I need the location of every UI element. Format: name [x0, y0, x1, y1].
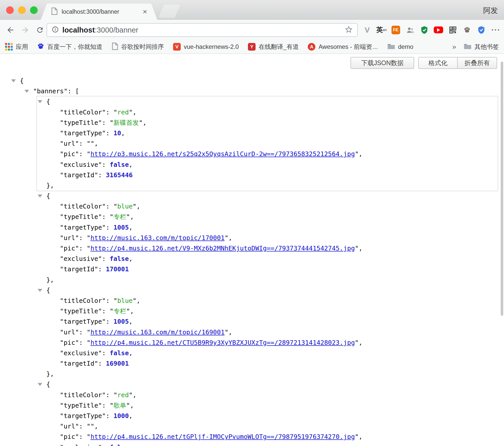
json-token: :	[106, 129, 114, 137]
json-token: :	[79, 140, 87, 147]
paw-extension-icon[interactable]	[462, 25, 472, 35]
bookmark-item[interactable]: 应用	[5, 43, 28, 51]
json-token: "targetId"	[60, 171, 98, 179]
collapse-triangle-icon[interactable]	[38, 289, 42, 292]
collapse-triangle-icon[interactable]	[38, 383, 42, 386]
collapse-triangle-icon[interactable]	[38, 100, 42, 103]
qrcode-extension-icon[interactable]	[448, 25, 457, 35]
json-token: :	[106, 412, 114, 420]
json-token: "url"	[60, 329, 79, 336]
bookmark-item[interactable]: AAwesomes - 前端资…	[308, 43, 378, 51]
folder-icon	[464, 43, 471, 51]
json-token: ,	[130, 307, 134, 315]
json-token: "	[129, 109, 133, 116]
json-line: "pic": "http://p4.music.126.net/V9-MXz6b…	[60, 243, 498, 254]
tab-close-icon[interactable]: ×	[143, 8, 147, 16]
awesomes-favicon: A	[308, 43, 315, 51]
other-bookmarks-folder[interactable]: 其他书签	[464, 43, 499, 51]
youtube-extension-icon[interactable]	[434, 25, 443, 35]
json-token: ,	[129, 318, 133, 325]
format-button[interactable]: 格式化	[418, 57, 458, 69]
json-token: :	[79, 433, 87, 440]
json-url-link[interactable]: http://p3.music.126.net/s25q2x5QyqsAzilC…	[90, 150, 355, 158]
json-url-link[interactable]: http://music.163.com/m/topic/169001	[90, 329, 225, 336]
green-shield-extension-icon[interactable]	[419, 25, 429, 35]
json-token: :	[106, 224, 114, 231]
bookmarks-bar: 应用百度一下，你就知道谷歌按时间排序Vvue-hackernews-2.0Y在线…	[0, 40, 504, 54]
bookmark-item[interactable]: Y在线翻译_有道	[248, 43, 299, 51]
v-extension-icon[interactable]: V	[362, 25, 372, 35]
bookmarks-overflow-chevron[interactable]: »	[452, 43, 456, 51]
blue-shield-extension-icon[interactable]	[477, 25, 486, 35]
bookmark-item[interactable]: Vvue-hackernews-2.0	[173, 43, 239, 51]
json-line: "targetType": 1000,	[60, 411, 498, 421]
json-line: "url": "",	[60, 138, 498, 149]
bookmark-item[interactable]: 百度一下，你就知道	[37, 43, 102, 51]
json-token: "	[114, 203, 117, 210]
collapse-triangle-icon[interactable]	[24, 90, 29, 93]
json-token: ,	[130, 402, 134, 409]
json-token: 10	[114, 129, 121, 137]
json-line: {	[20, 76, 498, 86]
window-close-button[interactable]	[6, 6, 14, 14]
json-token: ,	[129, 255, 133, 262]
bookmark-star-icon[interactable]	[345, 26, 353, 34]
json-token: :	[102, 307, 110, 315]
forward-button[interactable]	[20, 25, 30, 35]
menu-kebab-icon[interactable]	[491, 25, 500, 35]
download-json-button[interactable]: 下载JSON数据	[351, 57, 414, 69]
json-token: ,	[129, 349, 133, 357]
page-info-icon[interactable]	[52, 26, 59, 34]
json-line: "banners": [	[33, 86, 498, 96]
url-text[interactable]: localhost:3000/banner	[62, 26, 138, 34]
json-token: false	[110, 255, 129, 262]
json-token: 169001	[106, 360, 129, 367]
translate-extension-icon[interactable]: 英en	[377, 25, 386, 35]
json-token: ,	[129, 412, 133, 420]
profile-name[interactable]: 阿发	[483, 6, 498, 16]
collapse-triangle-icon[interactable]	[38, 195, 42, 198]
collapse-triangle-icon[interactable]	[11, 79, 16, 82]
json-url-link[interactable]: http://p4.music.126.net/CTU5B9R9y3XyYBZX…	[90, 339, 355, 346]
apps-grid-icon	[5, 43, 13, 51]
json-line: "url": "",	[60, 421, 498, 432]
back-button[interactable]	[6, 25, 15, 35]
window-zoom-button[interactable]	[30, 6, 38, 14]
json-line: "typeTitle": "专栏",	[60, 212, 498, 222]
json-token: "	[355, 245, 359, 252]
json-token: ,	[50, 276, 54, 284]
json-token: :	[102, 119, 110, 126]
json-line: },	[46, 275, 498, 285]
address-bar[interactable]: localhost:3000/banner	[47, 23, 358, 37]
json-token: ,	[50, 182, 54, 189]
fe-extension-icon[interactable]: FE	[391, 25, 400, 35]
reload-button[interactable]	[35, 25, 45, 35]
json-token: :	[102, 402, 110, 409]
window-minimize-button[interactable]	[18, 6, 26, 14]
json-token: "	[126, 307, 130, 315]
json-token: red	[117, 391, 129, 399]
bookmark-item[interactable]: demo	[387, 43, 413, 51]
json-token: "	[225, 234, 228, 242]
json-token: 专栏	[114, 307, 126, 315]
scrollbar-thumb[interactable]	[501, 62, 503, 316]
bookmark-label: demo	[398, 43, 413, 50]
format-button-group: 格式化 折叠所有	[418, 57, 497, 69]
json-url-link[interactable]: http://p4.music.126.net/V9-MXz6b2MNhEKju…	[90, 245, 355, 252]
json-line: {	[46, 379, 498, 390]
json-token: "	[110, 213, 114, 220]
bookmark-item[interactable]: 谷歌按时间排序	[111, 42, 164, 51]
json-token: blue	[117, 297, 133, 304]
json-url-link[interactable]: http://p4.music.126.net/tGPljf-IMOCyPvum…	[90, 433, 355, 440]
json-token: ,	[129, 224, 133, 231]
json-url-link[interactable]: http://music.163.com/m/topic/170001	[90, 234, 225, 242]
json-token: }	[46, 370, 50, 378]
bookmark-label: 在线翻译_有道	[259, 43, 299, 51]
new-tab-button[interactable]	[158, 5, 180, 18]
json-line: "typeTitle": "新碟首发",	[60, 117, 498, 128]
json-token: ,	[94, 140, 98, 147]
collapse-all-button[interactable]: 折叠所有	[458, 57, 497, 69]
users-extension-icon[interactable]	[405, 25, 415, 35]
browser-tab[interactable]: localhost:3000/banner ×	[41, 4, 157, 20]
json-token: "exclusive"	[60, 444, 102, 446]
